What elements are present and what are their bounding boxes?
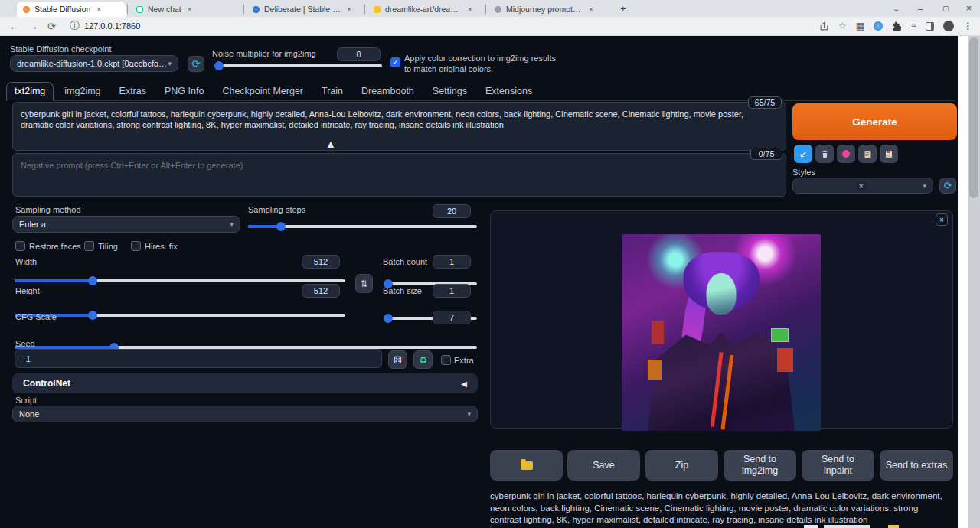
styles-select[interactable]: × ▾ [792,178,933,194]
noise-multiplier-value[interactable]: 0 [337,47,381,61]
tab-title: Midjourney prompt examples : L [506,5,583,14]
browser-tab-midjourney[interactable]: Midjourney prompt examples : L × [488,2,611,17]
browser-tab-dreamlike[interactable]: dreamlike-art/dreamlike-diffusio × [368,2,484,17]
forward-icon[interactable]: → [28,21,38,32]
seed-input[interactable] [15,349,382,368]
tab-extras[interactable]: Extras [112,83,154,100]
hires-fix-checkbox[interactable] [131,241,141,251]
browser-tab-stable-diffusion[interactable]: Stable Diffusion × [17,2,126,17]
tab-close-icon[interactable]: × [589,5,593,14]
height-value[interactable]: 512 [302,284,340,298]
back-icon[interactable]: ← [9,21,19,32]
tab-close-icon[interactable]: × [96,5,101,14]
tab-dreambooth[interactable]: Dreambooth [354,83,422,100]
extension-grid-icon[interactable]: ▦ [856,21,864,31]
noise-multiplier-slider[interactable] [215,64,382,67]
patch [652,321,664,344]
negative-prompt-input[interactable] [12,153,786,197]
apply-style-button[interactable] [858,145,877,163]
tab-img2img[interactable]: img2img [57,83,108,100]
batch-size-value[interactable]: 1 [433,284,471,298]
read-parameters-button[interactable]: ↙ [794,145,812,163]
tiling-checkbox[interactable] [84,241,94,251]
restore-faces-checkbox[interactable] [15,241,25,251]
extension-blue-icon[interactable] [874,21,883,31]
tab-favicon [253,6,260,13]
reuse-seed-button[interactable]: ♻ [413,350,433,369]
extra-seed-checkbox[interactable] [441,355,451,365]
tab-png-info[interactable]: PNG Info [157,83,211,100]
checkpoint-refresh-button[interactable]: ⟳ [188,56,204,72]
window-maximize-button[interactable]: ▢ [942,0,949,17]
extra-networks-button[interactable] [837,145,855,163]
gallery-close-button[interactable]: × [936,213,948,226]
side-panel-icon[interactable] [926,22,934,31]
window-close-button[interactable]: × [966,0,972,17]
save-button[interactable]: Save [567,450,640,481]
site-info-icon[interactable]: ⓘ [70,19,80,33]
width-slider[interactable] [15,279,345,282]
width-value[interactable]: 512 [302,255,340,269]
save-style-button[interactable] [880,145,898,163]
clear-styles-icon[interactable]: × [856,181,867,191]
height-label: Height [15,286,40,295]
refresh-icon: ⟳ [944,180,952,191]
clear-prompt-button[interactable] [815,145,834,163]
checkpoint-value: dreamlike-diffusion-1.0.ckpt [0aecbcfa2c… [17,59,168,68]
scrollbar-thumb[interactable] [969,37,978,198]
tab-train[interactable]: Train [314,83,351,100]
screen: Stable Diffusion × New chat × Deliberate… [0,0,980,528]
color-correction-checkbox[interactable]: ✓ [390,57,400,67]
controlnet-accordion[interactable]: ControlNet ◀ [12,373,478,393]
script-label: Script [15,396,37,405]
tab-title: dreamlike-art/dreamlike-diffusio [385,5,462,14]
generated-image[interactable] [622,234,821,431]
height-slider[interactable] [15,314,345,317]
tab-extensions[interactable]: Extensions [478,83,540,100]
chevron-down-icon: ▾ [923,182,926,190]
styles-refresh-button[interactable]: ⟳ [939,178,956,194]
checkpoint-select[interactable]: dreamlike-diffusion-1.0.ckpt [0aecbcfa2c… [10,55,178,72]
reading-list-icon[interactable]: ≡ [911,21,916,31]
url-text[interactable]: 127.0.0.1:7860 [84,21,140,31]
sampling-steps-value[interactable]: 20 [433,204,471,218]
reload-icon[interactable]: ⟳ [47,21,56,32]
sampling-steps-slider[interactable] [248,225,477,228]
tab-close-icon[interactable]: × [347,5,351,14]
tab-close-icon[interactable]: × [188,5,192,14]
swap-dimensions-button[interactable]: ⇅ [355,274,373,293]
tab-txt2img[interactable]: txt2img [6,82,54,101]
puzzle-icon[interactable] [892,21,902,31]
jacket [648,328,795,431]
scrollbar[interactable] [968,36,980,528]
profile-avatar[interactable] [943,21,954,31]
open-folder-button[interactable] [490,450,563,481]
cfg-scale-value[interactable]: 7 [433,311,471,324]
zip-button[interactable]: Zip [645,450,718,481]
send-to-inpaint-button[interactable]: Send to inpaint [802,450,874,481]
prompt-input[interactable]: cyberpunk girl in jacket, colorful tatto… [12,102,786,151]
swap-icon: ⇅ [360,279,368,289]
dice-icon: ⚄ [394,354,402,366]
send-to-img2img-button[interactable]: Send to img2img [724,450,796,481]
script-select[interactable]: None ▾ [12,406,478,422]
window-minimize-button[interactable]: – [918,0,923,17]
new-tab-button[interactable]: + [620,0,626,17]
bookmark-star-icon[interactable]: ☆ [838,21,847,31]
share-icon[interactable] [819,21,829,31]
browser-tab-deliberate[interactable]: Deliberate | Stable Diffusion Che × [247,2,363,17]
sampling-steps-label: Sampling steps [248,205,305,214]
send-to-extras-button[interactable]: Send to extras [880,450,953,481]
tab-settings[interactable]: Settings [425,83,475,100]
window-menu-button[interactable]: ⌄ [893,0,900,17]
batch-count-value[interactable]: 1 [433,255,471,269]
browser-tab-strip: Stable Diffusion × New chat × Deliberate… [0,0,980,17]
generate-button[interactable]: Generate [792,103,957,140]
browser-tab-new-chat[interactable]: New chat × [130,2,240,17]
browser-menu-icon[interactable]: ⋮ [963,21,972,31]
random-seed-button[interactable]: ⚄ [388,350,407,369]
cfg-scale-label: CFG Scale [15,312,57,321]
tab-close-icon[interactable]: × [468,5,472,14]
tab-checkpoint-merger[interactable]: Checkpoint Merger [214,83,311,100]
sampling-method-select[interactable]: Euler a ▾ [12,216,240,233]
